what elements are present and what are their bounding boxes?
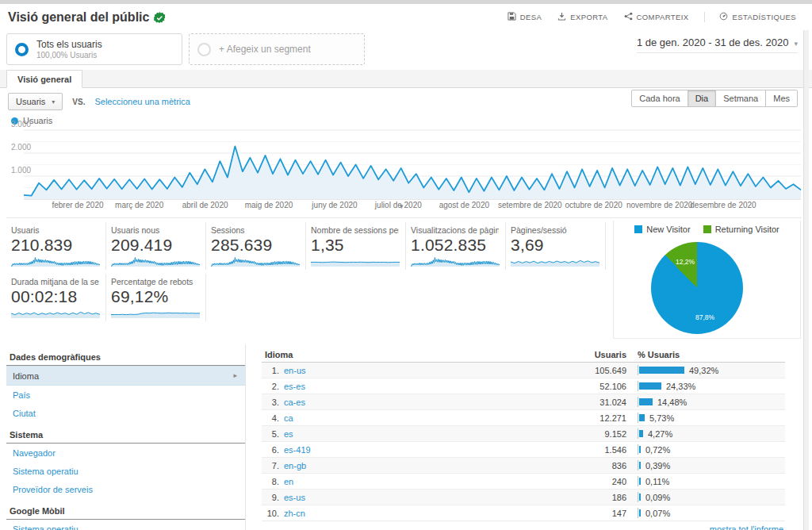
page-title: Visió general del públic [8,10,166,25]
metric-selector-dropdown[interactable]: Usuaris [8,93,63,110]
scorecard-row: Durada mitjana de la sessió00:02:18Perce… [6,274,609,321]
sidebar-item-pa-s[interactable]: País [6,386,245,404]
pct-bar-axis [638,476,641,486]
row-rank: 3. [262,398,279,407]
show-full-report-link[interactable]: mostra tot l'informe [710,524,783,530]
sidebar-item-navegador[interactable]: Navegador [6,444,245,462]
pct-bar [639,494,641,501]
date-range-selector[interactable]: 1 de gen. 2020 - 31 de des. 2020 [637,36,798,53]
svg-text:juliol de 2020: juliol de 2020 [374,201,422,209]
sidebar-item-idioma[interactable]: Idioma [6,366,245,386]
users-cell: 31.024 [523,398,626,407]
language-link[interactable]: en-us [284,366,306,375]
action-label: DESA [520,13,542,21]
svg-text:març de 2020: març de 2020 [115,201,164,209]
scorecard-label: Nombre de sessions per usuari [311,225,399,235]
pct-value: 49,32% [689,366,718,375]
granularity-dia[interactable]: Dia [688,90,717,107]
vs-label: VS. [72,98,85,106]
sparkline-chart [11,255,100,267]
pct-bar-axis [638,413,645,423]
pct-bar [639,478,641,485]
scrollbar-track[interactable] [803,30,809,530]
language-link[interactable]: es-es [284,382,305,391]
row-rank: 8. [262,477,279,486]
pct-bar [639,367,684,374]
row-rank: 10. [262,509,279,518]
scorecards: Usuaris210.839Usuaris nous209.419Session… [6,222,609,325]
users-cell: 52.106 [523,382,626,391]
add-segment-label: + Afegeix un segment [219,44,311,55]
action-button-exporta[interactable]: EXPORTA [557,12,607,22]
add-segment-button[interactable]: + Afegeix un segment [189,33,365,65]
share-icon [624,12,633,22]
table-row: 3.ca-es31.02414,48% [262,394,785,410]
sidebar-item-prove-dor-de-serveis[interactable]: Proveïdor de serveis [6,480,245,498]
granularity-mes[interactable]: Mes [765,90,798,107]
column-header-pct-users[interactable]: % Usuaris [626,350,785,359]
tab-overview[interactable]: Visió general [6,70,82,88]
users-cell: 240 [523,477,626,486]
action-button-comparteix[interactable]: COMPARTEIX [624,12,689,22]
row-rank: 1. [262,366,279,375]
svg-text:maig de 2020: maig de 2020 [245,201,293,209]
table-footer: mostra tot l'informe [262,521,785,530]
scorecard-value: 69,12% [111,287,199,306]
granularity-cada-hora[interactable]: Cada hora [631,90,688,107]
tab-strip: Visió general [0,70,812,88]
table-row: 4.ca12.2715,73% [262,410,785,426]
column-header-users[interactable]: Usuaris [523,350,626,359]
language-link[interactable]: es-419 [284,445,311,455]
pct-bar-axis [638,508,641,518]
segment-ring-gray-icon [197,43,211,56]
sidebar-item-sistema-operatiu[interactable]: Sistema operatiu [6,520,245,530]
users-cell: 9.152 [523,429,626,439]
language-link[interactable]: ca [284,413,293,423]
language-table: Idioma Usuaris % Usuaris 1.en-us105.6494… [262,348,785,530]
scorecard-durada-mitjana-de-la-sessi-: Durada mitjana de la sessió00:02:18 [6,274,106,321]
pct-value: 5,73% [649,413,674,423]
language-link[interactable]: ca-es [284,398,305,407]
pct-bar-axis [638,397,653,407]
users-over-time-chart: 1.0002.0003.000febrer de 2020març de 202… [0,121,812,211]
row-rank: 5. [262,429,279,439]
action-button-desa[interactable]: DESA [508,12,542,22]
pct-value: 4,27% [648,429,672,439]
scorecard-label: Visualitzacions de pàgines [411,225,499,235]
users-cell: 1.546 [523,445,626,455]
scorecard-percentatge-de-rebots: Percentatge de rebots69,12% [106,274,206,321]
language-link[interactable]: zh-cn [284,509,305,518]
pct-value: 0,72% [645,445,670,455]
select-metric-link[interactable]: Seleccioneu una mètrica [94,97,190,106]
language-link[interactable]: en [284,477,293,486]
scorecard-value: 209.419 [111,236,199,255]
pct-value: 0,07% [645,509,670,518]
export-icon [557,12,566,22]
svg-text:abril de 2020: abril de 2020 [182,201,228,209]
pct-bar [639,414,645,421]
sidebar-section: Google MòbilSistema operatiuProveïdor de… [6,501,245,530]
pct-bar [639,509,641,517]
language-link[interactable]: en-gb [284,461,306,470]
pct-bar-axis [638,428,643,439]
column-header-language[interactable]: Idioma [262,350,523,359]
segment-all-users[interactable]: Tots els usuaris 100,00% Usuaris [6,33,182,65]
pct-value: 0,39% [645,461,670,470]
pct-cell: 0,09% [626,492,785,502]
scorecard-label: Usuaris nous [111,225,199,235]
chart-collapse-icon[interactable] [400,202,404,210]
pct-bar-axis [638,492,641,502]
sidebar-item-ciutat[interactable]: Ciutat [6,404,245,422]
pct-value: 14,48% [657,398,687,407]
action-button-estadístiques[interactable]: ESTADÍSTIQUES [704,12,796,22]
pie-legend: New VisitorReturning Visitor [614,221,800,234]
sidebar-item-sistema-operatiu[interactable]: Sistema operatiu [6,462,245,480]
language-link[interactable]: es [284,429,293,439]
header-actions: DESAEXPORTACOMPARTEIXESTADÍSTIQUES [508,12,796,22]
svg-text:agost de 2020: agost de 2020 [439,201,490,209]
sidebar-section: SistemaNavegadorSistema operatiuProveïdo… [6,425,245,498]
metric-selector-label: Usuaris [16,97,45,106]
granularity-setmana[interactable]: Setmana [715,90,766,107]
language-link[interactable]: es-us [284,493,305,502]
table-row: 1.en-us105.64949,32% [262,363,785,378]
